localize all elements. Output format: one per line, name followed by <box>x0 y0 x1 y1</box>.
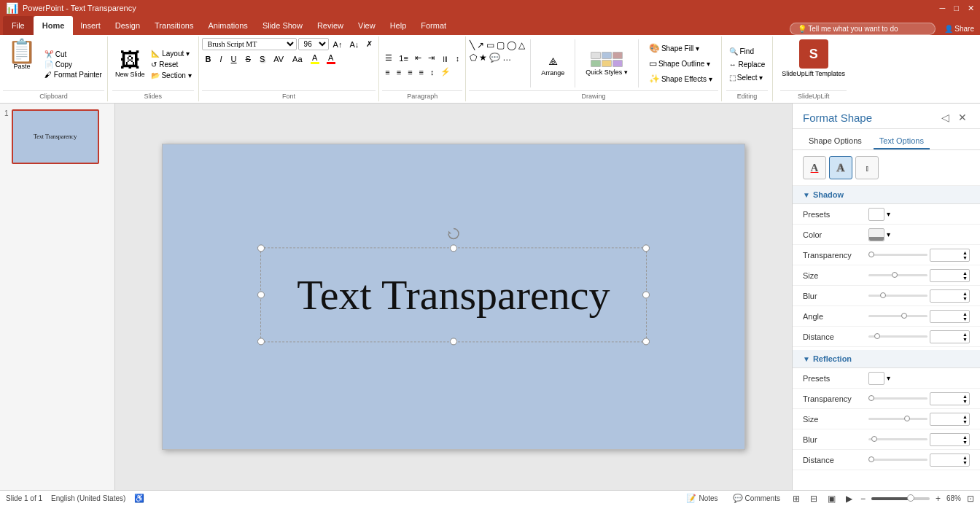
handle-bl[interactable] <box>257 338 265 345</box>
handle-tm[interactable] <box>450 244 457 252</box>
highlight-color-button[interactable]: A <box>308 52 322 66</box>
bold-button[interactable]: B <box>202 53 215 65</box>
shadow-size-control[interactable]: ▲▼ <box>868 269 970 282</box>
close-btn[interactable]: ✕ <box>968 4 974 13</box>
view-reading-btn[interactable]: ▣ <box>825 492 838 505</box>
change-case-button[interactable]: Aa <box>289 53 306 65</box>
shadow-color-control[interactable]: ▾ <box>868 228 970 241</box>
tab-home[interactable]: Home <box>34 16 74 35</box>
tab-insert[interactable]: Insert <box>73 16 108 35</box>
shadow-presets-control[interactable]: ▾ <box>868 208 970 221</box>
tab-file[interactable]: File <box>3 16 34 35</box>
arrange-button[interactable]: ⟁ Arrange <box>538 49 567 78</box>
shape-fill-button[interactable]: 🎨 Shape Fill ▾ <box>646 42 715 55</box>
view-slidesorter-btn[interactable]: ⊟ <box>808 492 820 505</box>
clear-format-button[interactable]: ✗ <box>363 38 376 50</box>
handle-tl[interactable] <box>257 244 265 252</box>
font-name-select[interactable]: Brush Script MT <box>202 38 297 50</box>
text-effects-icon-btn[interactable]: ⫾ <box>855 156 879 179</box>
copy-button[interactable]: 📄 Copy <box>42 60 104 69</box>
shadow-blur-control[interactable]: ▲▼ <box>868 289 970 303</box>
tab-transitions[interactable]: Transitions <box>147 16 201 35</box>
zoom-slider[interactable] <box>871 497 930 500</box>
comments-button[interactable]: 💬 Comments <box>728 492 785 505</box>
text-fill-icon-btn[interactable]: A <box>803 156 826 179</box>
shape-line-btn[interactable]: ╲ <box>469 39 475 51</box>
handle-bm[interactable] <box>450 338 457 345</box>
find-button[interactable]: 🔍 Find <box>726 46 768 57</box>
shape-callout-btn[interactable]: 💬 <box>489 52 501 63</box>
replace-button[interactable]: ↔ Replace <box>726 59 768 70</box>
fit-page-btn[interactable]: ⊡ <box>967 494 974 504</box>
align-center-button[interactable]: ≡ <box>394 66 404 78</box>
bullets-button[interactable]: ☰ <box>382 52 395 64</box>
notes-button[interactable]: 📝 Notes <box>682 492 722 505</box>
text-direction-button[interactable]: ↕ <box>453 52 463 64</box>
tab-text-options[interactable]: Text Options <box>874 133 930 149</box>
paste-button[interactable]: 📋 Paste <box>3 38 41 90</box>
view-normal-btn[interactable]: ⊞ <box>790 492 802 505</box>
tell-me-input[interactable]: 💡 Tell me what you want to do <box>790 23 936 35</box>
panel-close-btn[interactable]: ✕ <box>955 111 970 124</box>
tab-review[interactable]: Review <box>310 16 351 35</box>
layout-button[interactable]: 📐 Layout ▾ <box>149 49 193 58</box>
minimize-btn[interactable]: ─ <box>940 4 946 13</box>
section-button[interactable]: 📂 Section ▾ <box>149 71 193 80</box>
underline-button[interactable]: U <box>228 53 241 65</box>
slide-main-text[interactable]: Text Transparency <box>297 270 610 319</box>
text-outline-icon-btn[interactable]: A <box>829 156 852 179</box>
format-painter-button[interactable]: 🖌 Format Painter <box>42 70 104 79</box>
slideuplift-button[interactable]: S SlideUpLift Templates <box>780 38 847 79</box>
strikethrough-button[interactable]: S <box>242 53 254 65</box>
rotate-handle[interactable] <box>446 226 461 241</box>
view-slideshow-btn[interactable]: ▶ <box>844 492 855 505</box>
shadow-transparency-control[interactable]: ▲▼ <box>868 249 970 262</box>
shape-star-btn[interactable]: ★ <box>478 52 488 63</box>
maximize-btn[interactable]: □ <box>954 4 959 13</box>
handle-mr[interactable] <box>642 291 650 298</box>
shape-rect-btn[interactable]: ▭ <box>486 39 495 51</box>
shape-rounded-btn[interactable]: ▢ <box>496 39 505 51</box>
new-slide-button[interactable]: 🖼 New Slide <box>112 49 148 79</box>
font-size-select[interactable]: 96 <box>298 38 329 50</box>
panel-back-btn[interactable]: ◁ <box>938 111 952 124</box>
shape-pentagon-btn[interactable]: ⬠ <box>469 52 478 63</box>
decrease-indent-button[interactable]: ⇤ <box>412 52 424 64</box>
handle-br[interactable] <box>642 338 650 345</box>
line-spacing-button[interactable]: ↕ <box>427 66 438 78</box>
reflection-transparency-control[interactable]: ▲▼ <box>868 392 970 405</box>
shape-arrow-btn[interactable]: ↗ <box>476 39 485 51</box>
decrease-font-button[interactable]: A↓ <box>346 39 362 50</box>
select-button[interactable]: ⬚ Select ▾ <box>726 72 768 83</box>
align-left-button[interactable]: ≡ <box>382 66 392 78</box>
tab-shape-options[interactable]: Shape Options <box>803 133 868 149</box>
char-spacing-button[interactable]: AV <box>270 53 287 65</box>
smartart-button[interactable]: ⚡ <box>438 66 454 78</box>
shape-outline-button[interactable]: ▭ Shape Outline ▾ <box>646 57 715 70</box>
align-right-button[interactable]: ≡ <box>405 66 415 78</box>
reflection-blur-control[interactable]: ▲▼ <box>868 433 970 446</box>
slide-thumbnail[interactable]: Text Transparency <box>12 109 99 164</box>
columns-button[interactable]: ⫼ <box>438 52 452 64</box>
reflection-size-control[interactable]: ▲▼ <box>868 413 970 426</box>
increase-indent-button[interactable]: ⇥ <box>425 52 438 64</box>
share-btn[interactable]: 👤 Share <box>944 25 974 33</box>
reflection-distance-control[interactable]: ▲▼ <box>868 454 970 467</box>
reflection-presets-control[interactable]: ▾ <box>868 372 970 385</box>
shape-circle-btn[interactable]: ◯ <box>506 39 517 51</box>
zoom-out-btn[interactable]: − <box>860 494 866 504</box>
shape-more-btn[interactable]: … <box>502 52 512 63</box>
italic-button[interactable]: I <box>217 53 226 65</box>
shape-effects-button[interactable]: ✨ Shape Effects ▾ <box>646 72 715 85</box>
tab-animations[interactable]: Animations <box>201 16 254 35</box>
increase-font-button[interactable]: A↑ <box>330 39 346 50</box>
tab-help[interactable]: Help <box>383 16 414 35</box>
tab-view[interactable]: View <box>351 16 383 35</box>
tab-slideshow[interactable]: Slide Show <box>255 16 310 35</box>
quick-styles-button[interactable]: Quick Styles ▾ <box>583 50 631 77</box>
reflection-section-header[interactable]: ▼ Reflection <box>793 350 980 368</box>
shadow-section-header[interactable]: ▼ Shadow <box>793 186 980 204</box>
font-color-button[interactable]: A <box>324 52 338 66</box>
zoom-in-btn[interactable]: + <box>936 494 941 504</box>
handle-tr[interactable] <box>642 244 650 252</box>
